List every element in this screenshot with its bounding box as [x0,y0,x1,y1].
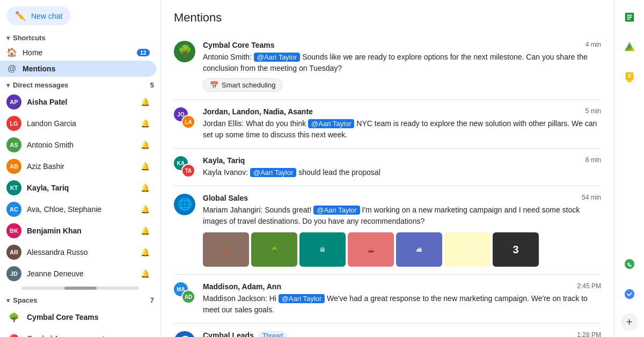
rail-icon-keep[interactable] [619,67,640,88]
gallery-more-count: 3 [493,232,539,267]
mention-card[interactable]: 🌊 Cymbal LeadsThread 1:28 PM Juan Ferrei… [174,324,601,337]
rail-icon-drive[interactable] [619,36,640,58]
svg-rect-7 [627,80,631,83]
gallery-more[interactable]: 3 [493,232,539,267]
mention-sender-row: Global Sales [203,194,248,202]
mention-prefix: Antonio Smith: [203,53,254,61]
mention-sender-row: Cymbal LeadsThread [203,331,287,337]
home-badge: 12 [137,49,150,56]
mention-sender: Kayla, Tariq [203,156,245,165]
mention-body: Jordan, Landon, Nadia, Asante 5 min Jord… [203,107,601,141]
mention-prefix: Jordan Ellis: What do you think [203,119,308,128]
home-label: Home [23,48,131,57]
sidebar-space-item[interactable]: 🌳 Cymbal Core Teams [0,306,156,328]
scrollbar-track[interactable] [21,287,139,290]
svg-rect-2 [627,17,632,18]
mention-sender: Maddison, Adam, Ann [203,282,281,291]
plus-icon: + [626,316,633,328]
mention-card[interactable]: KA TA Kayla, Tariq 8 min Kayla Ivanov: @… [174,149,601,186]
bell-icon: 🔔 [141,226,150,235]
shortcuts-section-header[interactable]: ▾ Shortcuts [0,30,160,44]
mention-body: Cymbal Core Teams 4 min Antonio Smith: @… [203,41,601,92]
scrollbar-thumb [64,287,97,290]
gallery-image[interactable]: 🚪 [203,232,249,267]
gallery-image[interactable]: 🌳 [251,232,297,267]
mention-avatar: 🌊 [174,331,195,337]
sidebar-contact-item[interactable]: JD Jeanne Deneuve 🔔 [0,263,156,284]
mention-time: 8 min [586,156,601,164]
svg-rect-3 [627,19,630,20]
rail-icon-phone[interactable] [619,253,640,275]
mention-tag: @Aari Taylor [250,168,296,177]
mention-text: Jordan Ellis: What do you think @Aari Ta… [203,118,601,141]
group-avatar: JO LA [174,107,195,129]
bell-icon: 🔔 [141,141,150,149]
mention-tag: @Aari Taylor [254,53,300,62]
gallery-img-emoji: 🚪 [203,232,249,267]
gallery-image[interactable]: 🚗 [348,232,394,267]
mention-card[interactable]: 🌐 Global Sales 54 min Mariam Jahangiri: … [174,186,601,275]
sidebar-contact-item[interactable]: AR Alessandra Russo 🔔 [0,241,156,263]
mentions-list: 🌳 Cymbal Core Teams 4 min Antonio Smith:… [174,33,601,337]
nav-item-home[interactable]: 🏠 Home 12 [0,44,156,61]
space-icon: 🌳 [6,310,21,325]
mention-tag: @Aari Taylor [313,206,360,215]
sidebar-contact-item[interactable]: BK Benjamin Khan 🔔 [0,220,156,241]
thread-badge: Thread [258,331,287,337]
pencil-icon: ✏️ [15,11,26,21]
mention-tag: @Aari Taylor [308,119,354,128]
rail-plus-button[interactable]: + [621,313,638,331]
avatar: JD [6,266,21,281]
contacts-list: AP Aisha Patel 🔔 LG Landon Garcia 🔔 AS A… [0,91,160,284]
rail-icon-tasks[interactable] [619,283,640,305]
spaces-badge: 7 [150,296,154,304]
bell-icon: 🔔 [141,205,150,214]
sidebar-space-item[interactable]: 🔴 Cymbal Announcements [0,328,156,337]
mention-time: 2:45 PM [577,282,601,290]
spaces-section-header[interactable]: ▾ Spaces 7 [0,292,160,306]
mention-card[interactable]: 🌳 Cymbal Core Teams 4 min Antonio Smith:… [174,33,601,100]
chip-icon: 📅 [210,81,218,89]
sidebar-contact-item[interactable]: KT Kayla, Tariq 🔔 [0,177,156,199]
smart-scheduling-chip[interactable]: 📅Smart scheduling [203,78,282,92]
contact-name: Benjamin Khan [27,226,135,235]
sidebar-contact-item[interactable]: AC Ava, Chloe, Stephanie 🔔 [0,199,156,220]
avatar: AS [6,137,21,152]
contact-name: Jeanne Deneuve [27,269,135,278]
group-avatar: MA AD [174,282,195,304]
nav-item-mentions[interactable]: @ Mentions [0,61,156,77]
avatar: LG [6,116,21,131]
mention-body: Global Sales 54 min Mariam Jahangiri: So… [203,194,601,267]
gallery-img-emoji: 🏙 [396,232,442,267]
chip-label: Smart scheduling [222,81,275,89]
space-name: Cymbal Announcements [27,334,150,337]
avatar: AB [6,159,21,174]
rail-icon-sheets[interactable] [619,6,640,28]
sidebar-contact-item[interactable]: AS Antonio Smith 🔔 [0,134,156,156]
space-name: Cymbal Core Teams [27,313,150,321]
sidebar-contact-item[interactable]: AP Aisha Patel 🔔 [0,91,156,113]
new-chat-button[interactable]: ✏️ New chat [6,6,71,25]
mention-header: Global Sales 54 min [203,194,601,202]
contact-name: Alessandra Russo [27,248,135,257]
svg-point-11 [624,289,634,299]
contact-name: Aisha Patel [27,98,135,106]
sidebar-contact-item[interactable]: LG Landon Garcia 🔔 [0,113,156,134]
gallery-image[interactable]: 🍽 [444,232,491,267]
gallery-image[interactable]: 🏛 [299,232,346,267]
avatar: AC [6,202,21,217]
contact-name: Antonio Smith [27,141,135,149]
mention-prefix: Kayla Ivanov: [203,168,250,177]
bell-icon: 🔔 [141,119,150,128]
image-gallery: 🚪 🌳 🏛 🚗 🏙 🍽 3 [203,232,601,267]
mention-header: Kayla, Tariq 8 min [203,156,601,165]
sidebar-contact-item[interactable]: AB Aziz Bashir 🔔 [0,156,156,177]
mention-avatar: 🌳 [174,41,195,62]
mention-card[interactable]: MA AD Maddison, Adam, Ann 2:45 PM Maddis… [174,275,601,324]
direct-messages-section-header[interactable]: ▾ Direct messages 5 [0,77,160,91]
gallery-image[interactable]: 🏙 [396,232,442,267]
mention-prefix: Mariam Jahangiri: Sounds great! [203,206,313,214]
dm-label: Direct messages [13,81,68,89]
bell-icon: 🔔 [141,162,150,171]
mention-card[interactable]: JO LA Jordan, Landon, Nadia, Asante 5 mi… [174,100,601,149]
